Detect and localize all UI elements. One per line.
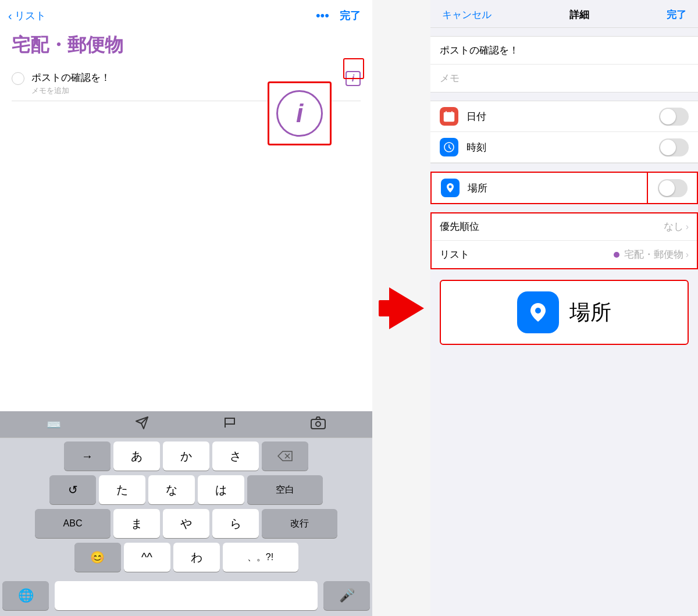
key-ha[interactable]: は <box>198 475 244 504</box>
date-icon <box>440 107 458 126</box>
key-caret[interactable]: ^^ <box>124 543 170 572</box>
detail-task-title-row: ポストの確認を！ <box>430 37 698 65</box>
globe-key[interactable]: 🌐 <box>2 581 49 610</box>
date-row[interactable]: 日付 <box>430 101 698 132</box>
mic-key[interactable]: 🎤 <box>323 581 370 610</box>
list-color-dot <box>614 252 619 258</box>
date-toggle[interactable] <box>659 108 689 126</box>
key-row-3: ABC ま や ら 改行 <box>2 509 370 538</box>
list-chevron: › <box>686 250 689 260</box>
info-icon-small[interactable]: i <box>346 71 361 86</box>
svg-rect-6 <box>444 112 454 115</box>
key-row-1: → あ か さ <box>2 441 370 471</box>
arrow-icon-btn[interactable] <box>135 416 149 433</box>
key-punct[interactable]: 、。?! <box>223 543 298 572</box>
key-ya[interactable]: や <box>163 509 209 538</box>
priority-value: なし › <box>664 220 689 233</box>
list-value: 宅配・郵便物 › <box>614 248 689 261</box>
priority-list-section: 優先順位 なし › リスト 宅配・郵便物 › <box>430 212 698 269</box>
key-sa[interactable]: さ <box>212 441 259 471</box>
date-label: 日付 <box>466 110 659 123</box>
keyboard-area: ⌨️ <box>0 411 372 616</box>
key-ra[interactable]: ら <box>212 509 259 538</box>
location-toggle-knob <box>659 180 675 196</box>
location-icon <box>441 179 460 197</box>
priority-row[interactable]: 優先順位 なし › <box>430 213 698 241</box>
location-toggle[interactable] <box>658 179 688 197</box>
key-ka[interactable]: か <box>163 441 209 471</box>
time-icon <box>440 138 458 156</box>
key-row-2: ↺ た な は 空白 <box>2 475 370 504</box>
location-row-highlighted[interactable]: 場所 <box>430 172 698 204</box>
key-emoji[interactable]: 😊 <box>74 543 121 572</box>
detail-datetime-section: 日付 時刻 <box>430 101 698 163</box>
key-arrow[interactable]: → <box>64 441 111 471</box>
task-checkbox[interactable] <box>12 72 24 85</box>
list-title: 宅配・郵便物 <box>0 29 372 66</box>
arrow-area <box>372 0 430 616</box>
chevron-left-icon: ‹ <box>8 9 12 23</box>
time-toggle[interactable] <box>659 138 689 156</box>
detail-done-button[interactable]: 完了 <box>667 8 686 22</box>
info-icon-large: i <box>276 90 323 137</box>
location-large-icon <box>517 291 559 333</box>
location-large-box: 場所 <box>440 280 689 345</box>
key-a[interactable]: あ <box>113 441 160 471</box>
key-ta[interactable]: た <box>99 475 145 504</box>
left-nav-right: ••• 完了 <box>316 8 361 23</box>
location-row-inner: 場所 <box>432 173 697 203</box>
right-panel: キャンセル 詳細 完了 ポストの確認を！ メモ 日付 <box>430 0 698 616</box>
svg-line-11 <box>449 147 451 149</box>
cancel-button[interactable]: キャンセル <box>442 8 492 22</box>
time-label: 時刻 <box>466 141 659 154</box>
red-arrow-container <box>379 287 424 329</box>
key-na[interactable]: な <box>148 475 195 504</box>
location-vertical-divider <box>647 173 648 203</box>
keyboard-toolbar: ⌨️ <box>0 411 372 438</box>
svg-point-12 <box>449 186 452 188</box>
list-row[interactable]: リスト 宅配・郵便物 › <box>430 241 698 269</box>
location-large-label: 場所 <box>569 298 611 327</box>
flag-icon-btn[interactable] <box>223 416 237 433</box>
key-wa[interactable]: わ <box>173 543 220 572</box>
key-delete[interactable] <box>262 441 308 471</box>
space-key[interactable] <box>55 581 318 610</box>
keyboard-bottom-row: 🌐 🎤 <box>0 581 372 616</box>
detail-section3: 優先順位 なし › リスト 宅配・郵便物 › <box>430 212 698 269</box>
more-button[interactable]: ••• <box>316 8 329 23</box>
detail-task-title: ポストの確認を！ <box>440 44 519 57</box>
svg-point-2 <box>316 422 320 426</box>
key-undo[interactable]: ↺ <box>49 475 96 504</box>
keyboard-icon-btn[interactable]: ⌨️ <box>47 418 61 432</box>
key-enter[interactable]: 改行 <box>262 509 337 538</box>
back-label[interactable]: リスト <box>15 9 46 23</box>
keyboard-rows: → あ か さ ↺ た な は 空白 <box>0 438 372 581</box>
location-section-wrapper: 場所 <box>430 172 698 204</box>
info-icon-large-box: i <box>268 81 332 145</box>
left-nav: ‹ リスト ••• 完了 <box>0 0 372 29</box>
location-label: 場所 <box>468 181 658 195</box>
done-button[interactable]: 完了 <box>340 9 361 23</box>
key-ma[interactable]: ま <box>113 509 160 538</box>
detail-title-section: ポストの確認を！ メモ <box>430 36 698 92</box>
svg-point-13 <box>535 308 541 314</box>
priority-label: 優先順位 <box>440 220 664 233</box>
list-label: リスト <box>440 248 614 261</box>
back-button[interactable]: ‹ リスト <box>8 9 46 23</box>
date-toggle-knob <box>660 109 676 124</box>
camera-icon-btn[interactable] <box>311 416 326 432</box>
svg-rect-1 <box>311 419 325 429</box>
red-arrow-head <box>389 287 424 329</box>
left-panel: ‹ リスト ••• 完了 宅配・郵便物 ポストの確認を！ メモを追加 i i ⌨… <box>0 0 372 616</box>
detail-memo-placeholder[interactable]: メモ <box>440 72 460 85</box>
right-nav: キャンセル 詳細 完了 <box>430 0 698 28</box>
key-abc[interactable]: ABC <box>35 509 111 538</box>
detail-title: 詳細 <box>569 8 589 22</box>
detail-memo-row[interactable]: メモ <box>430 65 698 92</box>
time-toggle-knob <box>660 140 676 155</box>
key-row-4: 😊 ^^ わ 、。?! <box>2 543 370 572</box>
time-row[interactable]: 時刻 <box>430 132 698 163</box>
key-space[interactable]: 空白 <box>247 475 323 504</box>
priority-chevron: › <box>686 222 689 232</box>
